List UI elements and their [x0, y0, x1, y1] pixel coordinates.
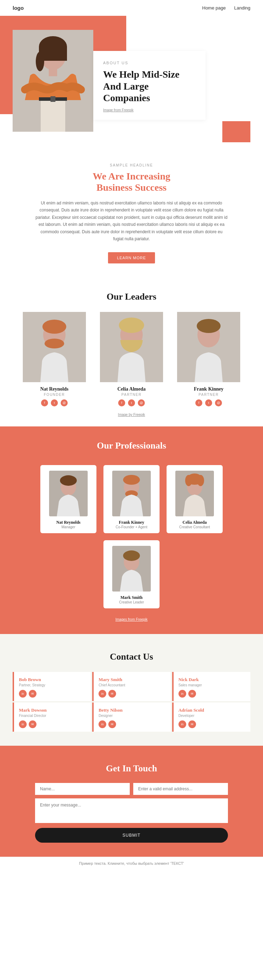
twitter-icon[interactable]: t: [205, 399, 212, 406]
pro4-image: [112, 546, 151, 592]
contact-name: Adrian Scold: [179, 708, 246, 713]
email-icon[interactable]: ✉: [29, 690, 36, 698]
svg-point-34: [123, 550, 140, 561]
professionals-grid: Nat Reynolds Manager Frank Kinney Co-Fou…: [13, 461, 250, 612]
pro2-image: [112, 471, 151, 516]
touch-form: SUBMIT: [35, 783, 228, 843]
svg-rect-5: [49, 68, 57, 76]
facebook-icon[interactable]: f: [41, 399, 48, 406]
hero-credit: Image from Freepik: [103, 108, 196, 112]
about-label: ABOUT US: [103, 61, 196, 65]
touch-name-email-row: [35, 783, 228, 795]
leader-photo: [23, 312, 86, 382]
contact-card: Nick Dark Sales manager in ✉: [172, 672, 250, 701]
pro-role: Creative Leader: [108, 600, 155, 604]
submit-button[interactable]: SUBMIT: [35, 828, 228, 843]
leader-photo: [100, 312, 163, 382]
instagram-icon[interactable]: @: [138, 399, 145, 406]
pro-role: Co-Founder + Agent: [108, 525, 155, 529]
nav-landing[interactable]: Landing: [234, 5, 250, 11]
svg-point-12: [44, 339, 64, 348]
learn-more-button[interactable]: LEARN MORE: [108, 252, 155, 263]
pro-role: Manager: [44, 525, 92, 529]
contact-socials: in ✉: [98, 721, 165, 728]
leader-role: FOUNDER: [21, 393, 87, 396]
leaders-grid: Nat Reynolds FOUNDER f t @: [13, 312, 250, 406]
svg-point-30: [185, 475, 192, 486]
nav-links: Home page Landing: [202, 5, 251, 11]
leader-card: Frank Kinney PARTNER f t @: [170, 312, 247, 406]
logo: logo: [13, 5, 24, 11]
twitter-icon[interactable]: t: [128, 399, 135, 406]
pro-name: Mark Smith: [108, 595, 155, 600]
leader3-image: [177, 312, 240, 382]
email-icon[interactable]: ✉: [188, 721, 196, 728]
svg-point-31: [197, 475, 204, 486]
contact-name: Mary Smith: [98, 677, 165, 682]
increasing-title: We Are Increasing Business Success: [35, 171, 228, 193]
increasing-section: SAMPLE HEADLINE We Are Increasing Busine…: [0, 142, 263, 285]
pro-photo-inner: [112, 546, 151, 592]
navigation: logo Home page Landing: [0, 0, 263, 16]
leader-photo: [177, 312, 240, 382]
professionals-section: Our Professionals Nat Reynolds Manager: [0, 426, 263, 634]
svg-point-4: [36, 52, 44, 71]
hero-title: We Help Mid-Size And Large Companies: [103, 68, 196, 104]
contact-socials: in ✉: [179, 690, 246, 698]
pro-photo: [112, 546, 151, 592]
leader-photo-inner: [100, 312, 163, 382]
contact-card: Betty Nilson Designer in ✉: [92, 703, 170, 732]
message-input[interactable]: [35, 799, 228, 823]
svg-rect-6: [41, 99, 65, 132]
footer: Пример текста. Кликните, чтобы выбрать э…: [0, 857, 263, 870]
name-input[interactable]: [35, 783, 130, 795]
email-icon[interactable]: ✉: [29, 721, 36, 728]
email-icon[interactable]: ✉: [108, 690, 116, 698]
contact-section: Contact Us Bob Brown Partner, Strategy i…: [0, 634, 263, 746]
linkedin-icon[interactable]: in: [179, 690, 186, 698]
pro-photo: [49, 471, 88, 516]
pro-photo: [112, 471, 151, 516]
leader-name: Celia Almeda: [98, 387, 165, 392]
increasing-title-line2: Business Success: [97, 182, 166, 193]
instagram-icon[interactable]: @: [215, 399, 222, 406]
twitter-icon[interactable]: t: [51, 399, 58, 406]
contact-name: Mark Dowson: [19, 708, 86, 713]
touch-title: Get In Touch: [35, 763, 228, 774]
linkedin-icon[interactable]: in: [19, 721, 27, 728]
contact-role: Partner, Strategy: [19, 683, 86, 687]
svg-point-18: [197, 319, 220, 333]
contact-card: Adrian Scold Developer in ✉: [172, 703, 250, 732]
facebook-icon[interactable]: f: [195, 399, 202, 406]
leader-name: Nat Reynolds: [21, 387, 87, 392]
contact-name: Bob Brown: [19, 677, 86, 682]
email-input[interactable]: [133, 783, 228, 795]
facebook-icon[interactable]: f: [118, 399, 125, 406]
leader-photo-inner: [177, 312, 240, 382]
contact-socials: in ✉: [98, 690, 165, 698]
svg-point-11: [43, 320, 66, 334]
email-icon[interactable]: ✉: [108, 721, 116, 728]
linkedin-icon[interactable]: in: [19, 690, 27, 698]
instagram-icon[interactable]: @: [61, 399, 68, 406]
linkedin-icon[interactable]: in: [179, 721, 186, 728]
linkedin-icon[interactable]: in: [98, 721, 106, 728]
contact-role: Designer: [98, 714, 165, 718]
hero-card: ABOUT US We Help Mid-Size And Large Comp…: [93, 51, 206, 120]
professional-card: Frank Kinney Co-Founder + Agent: [103, 465, 160, 533]
contact-socials: in ✉: [179, 721, 246, 728]
pro-photo-inner: [49, 471, 88, 516]
email-icon[interactable]: ✉: [188, 690, 196, 698]
linkedin-icon[interactable]: in: [98, 690, 106, 698]
contact-socials: in ✉: [19, 690, 86, 698]
professional-card: Mark Smith Creative Leader: [103, 540, 160, 608]
contact-role: Financial Director: [19, 714, 86, 718]
pro-role: Creative Consultant: [171, 525, 219, 529]
leaders-section: Our Leaders Nat Reynolds FOUNDER: [0, 285, 263, 426]
pro-name: Celia Almeda: [171, 520, 219, 525]
hero-section: ABOUT US We Help Mid-Size And Large Comp…: [0, 16, 263, 142]
leader2-image: [100, 312, 163, 382]
nav-home[interactable]: Home page: [202, 5, 226, 11]
svg-rect-8: [51, 96, 55, 102]
svg-point-15: [119, 318, 144, 333]
